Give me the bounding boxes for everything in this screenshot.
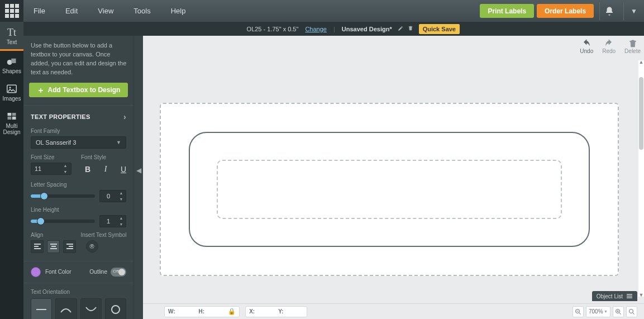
text-properties-header[interactable]: TEXT PROPERTIES ›: [23, 106, 133, 127]
font-family-select[interactable]: OL Sansserif 3 ▼: [31, 136, 126, 149]
line-height-slider[interactable]: [31, 216, 95, 227]
vertical-scrollbar[interactable]: ▲ ▼: [638, 60, 644, 297]
outline-state: Off: [113, 269, 119, 274]
canvas-artboard[interactable]: [160, 103, 619, 276]
align-left-button[interactable]: [31, 240, 44, 253]
svg-rect-5: [12, 113, 16, 116]
rail-images[interactable]: Images: [0, 78, 23, 106]
delete-design-icon[interactable]: [406, 25, 416, 32]
width-field[interactable]: [179, 308, 195, 315]
stepper-up-icon[interactable]: ▲: [117, 215, 126, 221]
svg-point-29: [629, 309, 633, 313]
text-orientation-label: Text Orientation: [23, 283, 133, 297]
zoom-out-button[interactable]: [573, 306, 584, 317]
app-grip-icon[interactable]: [0, 0, 23, 22]
undo-button[interactable]: Undo: [580, 39, 593, 54]
rail-label: Multi Design: [0, 123, 23, 135]
stepper-down-icon[interactable]: ▼: [60, 169, 70, 175]
rail-multi-design[interactable]: Multi Design: [0, 106, 23, 139]
svg-rect-7: [12, 117, 16, 120]
font-size-field[interactable]: [31, 165, 60, 172]
italic-button[interactable]: I: [99, 163, 112, 176]
font-size-label: Font Size: [23, 153, 79, 163]
delete-button[interactable]: Delete: [624, 39, 641, 54]
height-label: H:: [199, 308, 205, 315]
change-template-link[interactable]: Change: [302, 26, 330, 32]
redo-button[interactable]: Redo: [602, 39, 616, 54]
menu-file[interactable]: File: [23, 7, 55, 15]
zoom-level-select[interactable]: 700% ▼: [586, 306, 610, 317]
align-right-button[interactable]: [63, 240, 76, 253]
rail-label: Images: [3, 96, 21, 102]
align-center-button[interactable]: [47, 240, 60, 253]
font-size-input[interactable]: ▲▼: [31, 163, 71, 175]
position-fields: X: Y:: [245, 306, 307, 317]
rail-label: Shapes: [2, 68, 21, 74]
template-info: OL25 - 1.75" x 0.5": [244, 26, 302, 32]
top-bar: File Edit View Tools Help Print Labels O…: [0, 0, 644, 22]
zoom-fit-button[interactable]: [626, 306, 637, 317]
bold-button[interactable]: B: [81, 163, 94, 176]
stepper-down-icon[interactable]: ▼: [117, 221, 126, 227]
insert-symbol-label: Insert Text Symbol: [79, 231, 134, 240]
svg-rect-20: [627, 296, 632, 297]
underline-button[interactable]: U: [117, 163, 130, 176]
line-height-label: Line Height: [23, 206, 133, 215]
font-style-label: Font Style: [79, 153, 133, 163]
account-dropdown[interactable]: ▼: [624, 7, 644, 15]
canvas-workspace: Undo Redo Delete ▲ ▼ Object List: [143, 36, 644, 319]
order-labels-button[interactable]: Order Labels: [537, 4, 594, 18]
panel-intro: Use the button below to add a textbox to…: [23, 36, 133, 83]
outline-label: Outline: [89, 269, 107, 275]
zoom-in-button[interactable]: [613, 306, 624, 317]
stepper-up-icon[interactable]: ▲: [60, 163, 70, 169]
font-color-label: Font Color: [45, 269, 71, 275]
lock-aspect-icon[interactable]: 🔒: [228, 308, 236, 315]
quick-save-button[interactable]: Quick Save: [419, 24, 460, 34]
font-color-swatch[interactable]: [31, 267, 41, 277]
notifications-icon[interactable]: [602, 4, 617, 18]
menu-edit[interactable]: Edit: [55, 7, 88, 15]
undo-label: Undo: [580, 48, 593, 54]
object-list-toggle[interactable]: Object List: [592, 291, 637, 301]
orient-arch-down-button[interactable]: [80, 298, 102, 319]
collapse-panel-handle[interactable]: ◀: [133, 22, 143, 319]
orient-arch-up-button[interactable]: [55, 298, 77, 319]
print-labels-button[interactable]: Print Labels: [480, 4, 534, 18]
width-label: W:: [168, 308, 175, 315]
properties-panel: Use the button below to add a textbox to…: [23, 22, 133, 319]
svg-point-3: [9, 87, 11, 88]
object-list-label: Object List: [597, 293, 623, 299]
align-label: Align: [23, 231, 79, 240]
menu-view[interactable]: View: [88, 7, 123, 15]
height-field[interactable]: [208, 308, 225, 315]
letter-spacing-slider[interactable]: [31, 191, 95, 202]
add-textbox-label: Add Textbox to Design: [48, 86, 121, 94]
section-title: TEXT PROPERTIES: [31, 113, 90, 120]
scrollbar-thumb[interactable]: [639, 77, 643, 150]
edit-name-icon[interactable]: [395, 26, 406, 32]
orient-straight-button[interactable]: [31, 298, 52, 319]
svg-rect-8: [34, 244, 41, 245]
rail-text[interactable]: Tt Text: [0, 22, 23, 51]
menu-tools[interactable]: Tools: [123, 7, 160, 15]
svg-line-30: [633, 312, 635, 314]
insert-symbol-button[interactable]: ®: [86, 240, 98, 253]
add-textbox-button[interactable]: ＋ Add Textbox to Design: [29, 83, 128, 97]
svg-point-18: [112, 306, 120, 313]
orient-circle-button[interactable]: [105, 298, 126, 319]
line-height-field[interactable]: [100, 218, 117, 225]
x-field[interactable]: [258, 308, 275, 315]
rail-shapes[interactable]: Shapes: [0, 51, 23, 78]
stepper-down-icon[interactable]: ▼: [117, 196, 126, 202]
letter-spacing-field[interactable]: [100, 193, 117, 199]
bottom-bar: W: H: 🔒 X: Y: 700% ▼: [143, 303, 644, 319]
outline-toggle[interactable]: Off: [111, 268, 126, 277]
menu-help[interactable]: Help: [161, 7, 196, 15]
svg-rect-12: [51, 246, 56, 247]
chevron-down-icon: ▼: [116, 140, 121, 145]
size-fields: W: H: 🔒: [164, 306, 240, 317]
y-field[interactable]: [287, 308, 303, 315]
stepper-up-icon[interactable]: ▲: [117, 190, 126, 196]
svg-rect-21: [627, 297, 632, 298]
